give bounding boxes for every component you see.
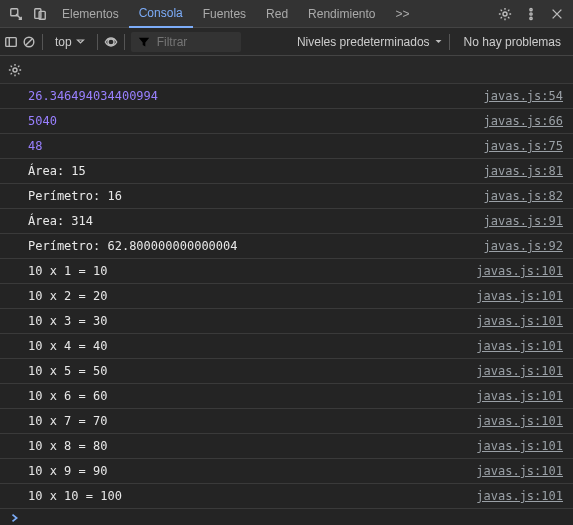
console-row: Área: 314javas.js:91 — [0, 209, 573, 234]
console-message: 10 x 5 = 50 — [28, 362, 107, 380]
console-message: 10 x 8 = 80 — [28, 437, 107, 455]
source-link[interactable]: javas.js:91 — [484, 212, 563, 230]
console-row: Perímetro: 62.800000000000004javas.js:92 — [0, 234, 573, 259]
console-row: 26.346494034400994javas.js:54 — [0, 84, 573, 109]
divider — [97, 34, 98, 50]
levels-label: Niveles predeterminados — [297, 35, 430, 49]
filter-box[interactable] — [131, 32, 241, 52]
source-link[interactable]: javas.js:101 — [476, 362, 563, 380]
divider — [124, 34, 125, 50]
inspect-icon[interactable] — [4, 2, 28, 26]
tab-more[interactable]: >> — [385, 0, 419, 28]
console-row: Área: 15javas.js:81 — [0, 159, 573, 184]
source-link[interactable]: javas.js:101 — [476, 437, 563, 455]
tab-elements[interactable]: Elementos — [52, 0, 129, 28]
source-link[interactable]: javas.js:101 — [476, 337, 563, 355]
tab-sources[interactable]: Fuentes — [193, 0, 256, 28]
console-message: Perímetro: 62.800000000000004 — [28, 237, 238, 255]
console-row: 10 x 8 = 80javas.js:101 — [0, 434, 573, 459]
console-message: Área: 15 — [28, 162, 86, 180]
svg-rect-1 — [35, 8, 41, 18]
source-link[interactable]: javas.js:101 — [476, 287, 563, 305]
console-settings-icon[interactable] — [8, 63, 22, 77]
console-message: 10 x 3 = 30 — [28, 312, 107, 330]
console-message: 10 x 9 = 90 — [28, 462, 107, 480]
source-link[interactable]: javas.js:75 — [484, 137, 563, 155]
console-message: 5040 — [28, 112, 57, 130]
console-row: 10 x 2 = 20javas.js:101 — [0, 284, 573, 309]
context-label: top — [55, 35, 72, 49]
live-expression-icon[interactable] — [104, 35, 118, 49]
console-row: 10 x 1 = 10javas.js:101 — [0, 259, 573, 284]
filter-icon — [137, 35, 151, 49]
tab-performance[interactable]: Rendimiento — [298, 0, 385, 28]
tab-network[interactable]: Red — [256, 0, 298, 28]
svg-point-12 — [13, 67, 17, 71]
svg-line-10 — [26, 38, 33, 45]
console-message: Área: 314 — [28, 212, 93, 230]
source-link[interactable]: javas.js:81 — [484, 162, 563, 180]
source-link[interactable]: javas.js:101 — [476, 312, 563, 330]
svg-point-6 — [530, 17, 532, 19]
divider — [42, 34, 43, 50]
console-log-area: 26.346494034400994javas.js:545040javas.j… — [0, 84, 573, 509]
console-message: 10 x 6 = 60 — [28, 387, 107, 405]
console-row: 10 x 3 = 30javas.js:101 — [0, 309, 573, 334]
console-message: 10 x 7 = 70 — [28, 412, 107, 430]
console-message: 10 x 10 = 100 — [28, 487, 122, 505]
console-row: 10 x 5 = 50javas.js:101 — [0, 359, 573, 384]
source-link[interactable]: javas.js:101 — [476, 462, 563, 480]
tab-strip: Elementos Consola Fuentes Red Rendimient… — [52, 0, 420, 27]
svg-point-3 — [503, 11, 507, 15]
device-toggle-icon[interactable] — [28, 2, 52, 26]
console-row: 10 x 10 = 100javas.js:101 — [0, 484, 573, 509]
svg-point-4 — [530, 8, 532, 10]
clear-console-icon[interactable] — [22, 35, 36, 49]
context-selector[interactable]: top — [49, 35, 91, 49]
console-row: 10 x 6 = 60javas.js:101 — [0, 384, 573, 409]
tab-console[interactable]: Consola — [129, 0, 193, 28]
console-row: 10 x 4 = 40javas.js:101 — [0, 334, 573, 359]
source-link[interactable]: javas.js:54 — [484, 87, 563, 105]
console-toolbar: top Niveles predeterminados No hay probl… — [0, 28, 573, 56]
console-message: 26.346494034400994 — [28, 87, 158, 105]
console-row: 10 x 9 = 90javas.js:101 — [0, 459, 573, 484]
console-row: 10 x 7 = 70javas.js:101 — [0, 409, 573, 434]
svg-point-11 — [108, 38, 114, 44]
kebab-icon[interactable] — [519, 2, 543, 26]
log-levels-dropdown[interactable]: Niveles predeterminados — [297, 35, 443, 49]
svg-point-5 — [530, 12, 532, 14]
source-link[interactable]: javas.js:101 — [476, 262, 563, 280]
console-message: Perímetro: 16 — [28, 187, 122, 205]
console-toolbar-2 — [0, 56, 573, 84]
console-row: 5040javas.js:66 — [0, 109, 573, 134]
source-link[interactable]: javas.js:82 — [484, 187, 563, 205]
console-row: Perímetro: 16javas.js:82 — [0, 184, 573, 209]
divider — [449, 34, 450, 50]
console-message: 48 — [28, 137, 42, 155]
svg-rect-7 — [6, 37, 17, 46]
source-link[interactable]: javas.js:101 — [476, 387, 563, 405]
source-link[interactable]: javas.js:101 — [476, 487, 563, 505]
filter-input[interactable] — [157, 35, 227, 49]
sidebar-toggle-icon[interactable] — [4, 35, 18, 49]
source-link[interactable]: javas.js:66 — [484, 112, 563, 130]
gear-icon[interactable] — [493, 2, 517, 26]
source-link[interactable]: javas.js:92 — [484, 237, 563, 255]
source-link[interactable]: javas.js:101 — [476, 412, 563, 430]
close-icon[interactable] — [545, 2, 569, 26]
devtools-tabbar: Elementos Consola Fuentes Red Rendimient… — [0, 0, 573, 28]
console-prompt[interactable] — [0, 509, 573, 525]
console-message: 10 x 1 = 10 — [28, 262, 107, 280]
issues-status[interactable]: No hay problemas — [456, 35, 569, 49]
console-row: 48javas.js:75 — [0, 134, 573, 159]
console-message: 10 x 4 = 40 — [28, 337, 107, 355]
console-message: 10 x 2 = 20 — [28, 287, 107, 305]
